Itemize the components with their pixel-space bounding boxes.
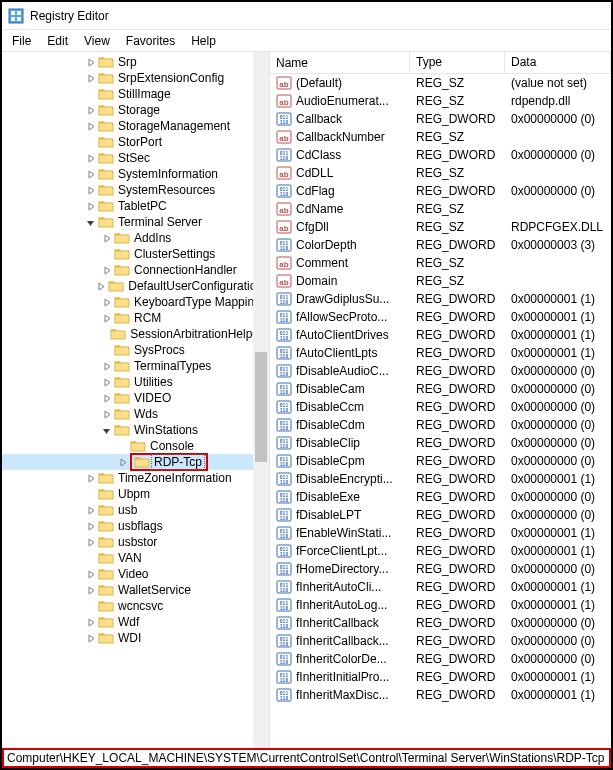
tree-item-wds[interactable]: Wds (2, 406, 269, 422)
values-list[interactable]: ab(Default)REG_SZ(value not set)abAudioE… (270, 74, 611, 748)
value-row[interactable]: 011110fDisableCpmREG_DWORD0x00000000 (0) (270, 452, 611, 470)
column-header-type[interactable]: Type (410, 52, 505, 73)
tree-item-storage[interactable]: Storage (2, 102, 269, 118)
value-row[interactable]: 011110fDisableEncrypti...REG_DWORD0x0000… (270, 470, 611, 488)
tree-scrollbar[interactable] (253, 52, 269, 748)
tree-item-sessionarbitrationhelper[interactable]: SessionArbitrationHelper (2, 326, 269, 342)
value-row[interactable]: 011110fAutoClientDrivesREG_DWORD0x000000… (270, 326, 611, 344)
tree-item-keyboardtype-mapping[interactable]: KeyboardType Mapping (2, 294, 269, 310)
tree-item-video[interactable]: VIDEO (2, 390, 269, 406)
value-row[interactable]: 011110fDisableCcmREG_DWORD0x00000000 (0) (270, 398, 611, 416)
tree-item-connectionhandler[interactable]: ConnectionHandler (2, 262, 269, 278)
expander-icon[interactable] (82, 630, 98, 646)
value-row[interactable]: 011110fDisableExeREG_DWORD0x00000000 (0) (270, 488, 611, 506)
value-row[interactable]: 011110fHomeDirectory...REG_DWORD0x000000… (270, 560, 611, 578)
tree-item-storport[interactable]: StorPort (2, 134, 269, 150)
value-row[interactable]: 011110fInheritColorDe...REG_DWORD0x00000… (270, 650, 611, 668)
value-row[interactable]: abCommentREG_SZ (270, 254, 611, 272)
expander-icon[interactable] (82, 182, 98, 198)
expander-icon[interactable] (82, 582, 98, 598)
expander-icon[interactable] (82, 214, 98, 230)
expander-icon[interactable] (82, 470, 98, 486)
tree-item-ubpm[interactable]: Ubpm (2, 486, 269, 502)
menu-view[interactable]: View (76, 32, 118, 50)
value-row[interactable]: abCdDLLREG_SZ (270, 164, 611, 182)
tree-item-rdp-tcp[interactable]: RDP-Tcp (2, 454, 269, 470)
tree-item-terminal-server[interactable]: Terminal Server (2, 214, 269, 230)
expander-icon[interactable] (98, 230, 114, 246)
expander-icon[interactable] (82, 70, 98, 86)
expander-icon[interactable] (82, 150, 98, 166)
value-row[interactable]: abAudioEnumerat...REG_SZrdpendp.dll (270, 92, 611, 110)
tree-item-storagemanagement[interactable]: StorageManagement (2, 118, 269, 134)
expander-icon[interactable] (82, 614, 98, 630)
value-row[interactable]: 011110fAllowSecProto...REG_DWORD0x000000… (270, 308, 611, 326)
value-row[interactable]: 011110fInheritCallback...REG_DWORD0x0000… (270, 632, 611, 650)
value-row[interactable]: ab(Default)REG_SZ(value not set) (270, 74, 611, 92)
tree-item-srpextensionconfig[interactable]: SrpExtensionConfig (2, 70, 269, 86)
value-row[interactable]: 011110CdFlagREG_DWORD0x00000000 (0) (270, 182, 611, 200)
tree-item-stsec[interactable]: StSec (2, 150, 269, 166)
expander-icon[interactable] (82, 518, 98, 534)
tree-item-timezoneinformation[interactable]: TimeZoneInformation (2, 470, 269, 486)
value-row[interactable]: 011110fDisableLPTREG_DWORD0x00000000 (0) (270, 506, 611, 524)
value-row[interactable]: abCallbackNumberREG_SZ (270, 128, 611, 146)
value-row[interactable]: 011110fDisableCamREG_DWORD0x00000000 (0) (270, 380, 611, 398)
menu-help[interactable]: Help (183, 32, 224, 50)
value-row[interactable]: abCfgDllREG_SZRDPCFGEX.DLL (270, 218, 611, 236)
tree-scrollbar-thumb[interactable] (255, 352, 267, 462)
expander-icon[interactable] (82, 118, 98, 134)
value-row[interactable]: 011110fForceClientLpt...REG_DWORD0x00000… (270, 542, 611, 560)
tree-view[interactable]: SrpSrpExtensionConfigStillImageStorageSt… (2, 52, 269, 748)
tree-item-tabletpc[interactable]: TabletPC (2, 198, 269, 214)
column-header-name[interactable]: Name (270, 52, 410, 73)
menu-edit[interactable]: Edit (39, 32, 76, 50)
expander-icon[interactable] (82, 502, 98, 518)
tree-item-console[interactable]: Console (2, 438, 269, 454)
tree-item-stillimage[interactable]: StillImage (2, 86, 269, 102)
tree-item-systemresources[interactable]: SystemResources (2, 182, 269, 198)
column-header-data[interactable]: Data (505, 52, 611, 73)
tree-item-sysprocs[interactable]: SysProcs (2, 342, 269, 358)
value-row[interactable]: 011110fInheritAutoCli...REG_DWORD0x00000… (270, 578, 611, 596)
value-row[interactable]: abCdNameREG_SZ (270, 200, 611, 218)
value-row[interactable]: 011110fInheritMaxDisc...REG_DWORD0x00000… (270, 686, 611, 704)
tree-item-utilities[interactable]: Utilities (2, 374, 269, 390)
value-row[interactable]: 011110fInheritCallbackREG_DWORD0x0000000… (270, 614, 611, 632)
tree-item-addins[interactable]: AddIns (2, 230, 269, 246)
expander-icon[interactable] (82, 198, 98, 214)
expander-icon[interactable] (98, 422, 114, 438)
menu-favorites[interactable]: Favorites (118, 32, 183, 50)
value-row[interactable]: 011110fAutoClientLptsREG_DWORD0x00000001… (270, 344, 611, 362)
tree-item-usbflags[interactable]: usbflags (2, 518, 269, 534)
value-row[interactable]: abDomainREG_SZ (270, 272, 611, 290)
tree-item-usbstor[interactable]: usbstor (2, 534, 269, 550)
expander-icon[interactable] (82, 54, 98, 70)
value-row[interactable]: 011110CdClassREG_DWORD0x00000000 (0) (270, 146, 611, 164)
expander-icon[interactable] (98, 294, 114, 310)
expander-icon[interactable] (82, 102, 98, 118)
tree-item-defaultuserconfiguration[interactable]: DefaultUserConfiguration (2, 278, 269, 294)
tree-item-usb[interactable]: usb (2, 502, 269, 518)
tree-item-winstations[interactable]: WinStations (2, 422, 269, 438)
expander-icon[interactable] (98, 262, 114, 278)
value-row[interactable]: 011110fDisableAudioC...REG_DWORD0x000000… (270, 362, 611, 380)
value-row[interactable]: 011110fEnableWinStati...REG_DWORD0x00000… (270, 524, 611, 542)
tree-item-systeminformation[interactable]: SystemInformation (2, 166, 269, 182)
value-row[interactable]: 011110CallbackREG_DWORD0x00000000 (0) (270, 110, 611, 128)
value-row[interactable]: 011110ColorDepthREG_DWORD0x00000003 (3) (270, 236, 611, 254)
tree-item-rcm[interactable]: RCM (2, 310, 269, 326)
tree-item-wcncsvc[interactable]: wcncsvc (2, 598, 269, 614)
tree-item-clustersettings[interactable]: ClusterSettings (2, 246, 269, 262)
value-row[interactable]: 011110DrawGdiplusSu...REG_DWORD0x0000000… (270, 290, 611, 308)
tree-item-walletservice[interactable]: WalletService (2, 582, 269, 598)
expander-icon[interactable] (98, 310, 114, 326)
expander-icon[interactable] (82, 166, 98, 182)
tree-item-wdi[interactable]: WDI (2, 630, 269, 646)
tree-item-video[interactable]: Video (2, 566, 269, 582)
tree-item-terminaltypes[interactable]: TerminalTypes (2, 358, 269, 374)
menu-file[interactable]: File (4, 32, 39, 50)
expander-icon[interactable] (98, 406, 114, 422)
expander-icon[interactable] (82, 566, 98, 582)
expander-icon[interactable] (98, 374, 114, 390)
